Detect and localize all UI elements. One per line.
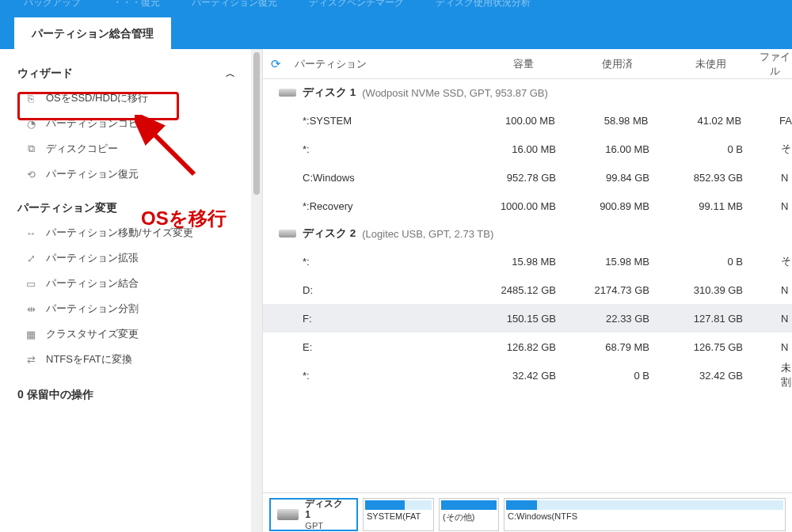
partition-free: 32.42 GB	[664, 370, 757, 382]
partition-row[interactable]: F: 150.15 GB 22.33 GB 127.81 GB N	[263, 304, 792, 332]
segment-bar	[506, 500, 783, 510]
sidebar-item-extend[interactable]: ⤢ パーティション拡張	[0, 245, 262, 271]
partition-row[interactable]: D: 2485.12 GB 2174.73 GB 310.39 GB N	[263, 276, 792, 304]
col-filesystem[interactable]: ファイル	[757, 50, 792, 78]
partition-fs: 未割	[757, 361, 792, 390]
disk-name: ディスク 1	[303, 86, 356, 100]
partition-used: 0 B	[570, 370, 664, 382]
ribbon-item[interactable]: パーティション復元	[192, 0, 277, 10]
sidebar-item-label: パーティション移動/サイズ変更	[46, 226, 193, 240]
wizard-section-header[interactable]: ウィザード ︿	[0, 62, 262, 86]
partition-capacity: 150.15 GB	[477, 313, 570, 325]
partition-free: 310.39 GB	[664, 284, 757, 296]
segment-label: C:Windows(NTFS	[506, 511, 783, 521]
sidebar-item-cluster-size[interactable]: ▦ クラスタサイズ変更	[0, 321, 262, 347]
merge-icon: ▭	[24, 277, 38, 290]
ribbon-item[interactable]: バックアップ	[24, 0, 81, 10]
restore-icon: ⟲	[24, 168, 38, 180]
partition-capacity: 2485.12 GB	[477, 284, 570, 296]
clock-icon: ◔	[24, 117, 38, 130]
partition-name: *:	[263, 143, 477, 155]
sidebar-item-label: クラスタサイズ変更	[46, 327, 139, 341]
partition-name: C:Windows	[263, 172, 477, 184]
partition-grid-body: ディスク 1 (Wodposit NVMe SSD, GPT, 953.87 G…	[263, 79, 792, 492]
col-used[interactable]: 使用済	[570, 57, 664, 71]
disk-icon	[279, 89, 296, 97]
copy-icon: ⧉	[24, 142, 38, 155]
tab-strip: パーティション総合管理	[0, 11, 792, 49]
partition-free: 127.81 GB	[664, 313, 757, 325]
partition-free: 0 B	[664, 143, 757, 155]
disk-segment[interactable]: (その他)	[439, 498, 499, 531]
sidebar: ウィザード ︿ ⎘ OSをSSD/HDDに移行 ◔ パーティションコピー ⧉ デ…	[0, 49, 263, 532]
partition-name: D:	[263, 284, 477, 296]
partition-used: 15.98 MB	[570, 256, 664, 268]
sidebar-item-label: OSをSSD/HDDに移行	[46, 91, 148, 105]
partition-capacity: 16.00 MB	[477, 143, 570, 155]
partition-fs: N	[757, 172, 792, 184]
disk-desc: (Wodposit NVMe SSD, GPT, 953.87 GB)	[362, 87, 548, 99]
ribbon-item[interactable]: ディスク使用状況分析	[436, 0, 531, 10]
partition-fs: そ	[757, 254, 792, 268]
sidebar-scrollbar[interactable]	[251, 49, 262, 532]
sidebar-item-label: NTFSをFATに変換	[46, 352, 132, 367]
disk-card-name: ディスク 1	[305, 498, 350, 521]
partition-free: 0 B	[664, 256, 757, 268]
partition-row[interactable]: E: 126.82 GB 68.79 MB 126.75 GB N	[263, 332, 792, 361]
partition-row[interactable]: *: 15.98 MB 15.98 MB 0 B そ	[263, 247, 792, 276]
refresh-button[interactable]: ⟳	[263, 57, 288, 71]
partition-used: 16.00 MB	[570, 143, 664, 155]
disk-row[interactable]: ディスク 1 (Wodposit NVMe SSD, GPT, 953.87 G…	[263, 79, 792, 106]
partition-used: 58.98 MB	[569, 115, 663, 127]
sidebar-item-label: パーティション分割	[46, 302, 139, 316]
partition-capacity: 15.98 MB	[477, 256, 570, 268]
partition-name: *:	[263, 370, 477, 382]
disk-icon	[279, 230, 296, 238]
sidebar-item-move-resize[interactable]: ↔ パーティション移動/サイズ変更	[0, 220, 262, 245]
change-section-header[interactable]: パーティション変更	[0, 196, 262, 220]
sidebar-item-disk-copy[interactable]: ⧉ ディスクコピー	[0, 136, 262, 162]
scrollbar-thumb[interactable]	[253, 52, 260, 195]
tab-partition-management[interactable]: パーティション総合管理	[14, 17, 171, 49]
partition-row[interactable]: *:Recovery 1000.00 MB 900.89 MB 99.11 MB…	[263, 192, 792, 220]
partition-grid-header: ⟳ パーティション 容量 使用済 未使用 ファイル	[263, 49, 792, 79]
partition-used: 99.84 GB	[570, 172, 664, 184]
col-partition[interactable]: パーティション	[288, 57, 477, 71]
change-section-label: パーティション変更	[17, 201, 117, 215]
partition-row[interactable]: *:SYSTEM 100.00 MB 58.98 MB 41.02 MB FA	[263, 106, 792, 135]
refresh-icon: ⟳	[271, 57, 281, 71]
partition-used: 900.89 MB	[570, 200, 664, 212]
ribbon-item[interactable]: ディスクベンチマーク	[309, 0, 404, 10]
partition-fs: N	[757, 313, 792, 325]
disk-segment[interactable]: C:Windows(NTFS	[504, 498, 786, 531]
sidebar-item-partition-copy[interactable]: ◔ パーティションコピー	[0, 111, 262, 136]
sidebar-item-split[interactable]: ⇹ パーティション分割	[0, 296, 262, 321]
sidebar-item-ntfs-to-fat[interactable]: ⇄ NTFSをFATに変換	[0, 347, 262, 372]
partition-row[interactable]: *: 16.00 MB 16.00 MB 0 B そ	[263, 135, 792, 163]
col-capacity[interactable]: 容量	[477, 57, 570, 71]
sidebar-item-partition-restore[interactable]: ⟲ パーティション復元	[0, 162, 262, 187]
partition-fs: N	[757, 341, 792, 353]
pending-section-header[interactable]: 0 保留中の操作	[0, 383, 262, 407]
col-unused[interactable]: 未使用	[664, 57, 757, 71]
partition-row[interactable]: C:Windows 952.78 GB 99.84 GB 852.93 GB N	[263, 163, 792, 192]
sidebar-item-label: ディスクコピー	[46, 142, 118, 156]
disk-card-1[interactable]: ディスク 1 GPT	[269, 498, 358, 531]
disk-segment[interactable]: SYSTEM(FAT	[363, 498, 434, 531]
partition-name: *:SYSTEM	[263, 115, 476, 127]
ribbon-item[interactable]: ・・・復元	[112, 0, 160, 10]
sidebar-item-merge[interactable]: ▭ パーティション結合	[0, 271, 262, 296]
segment-label: (その他)	[441, 511, 497, 523]
segment-bar	[441, 500, 497, 510]
pending-section-label: 0 保留中の操作	[17, 388, 93, 402]
sidebar-item-migrate-os[interactable]: ⎘ OSをSSD/HDDに移行	[0, 86, 262, 111]
partition-capacity: 1000.00 MB	[477, 200, 570, 212]
disk-row[interactable]: ディスク 2 (Logitec USB, GPT, 2.73 TB)	[263, 220, 792, 247]
top-ribbon: バックアップ ・・・復元 パーティション復元 ディスクベンチマーク ディスク使用…	[0, 0, 792, 11]
partition-used: 68.79 MB	[570, 341, 664, 353]
partition-fs: FA	[756, 115, 792, 127]
partition-row[interactable]: *: 32.42 GB 0 B 32.42 GB 未割	[263, 361, 792, 390]
partition-name: F:	[263, 313, 477, 325]
partition-name: *:Recovery	[263, 200, 477, 212]
partition-name: *:	[263, 256, 477, 268]
